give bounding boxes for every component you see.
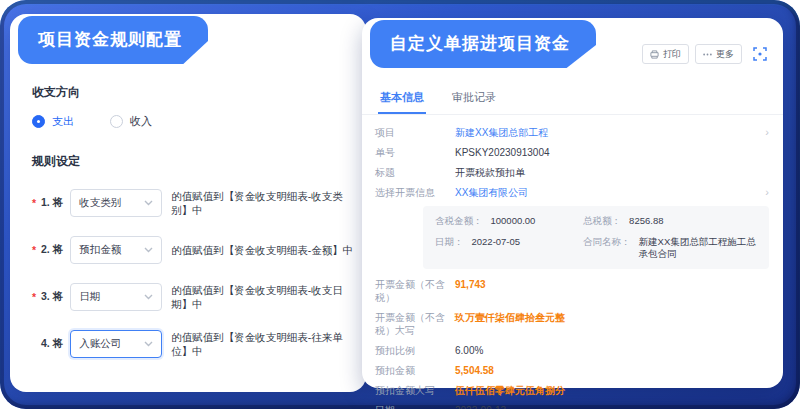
rule-select-value: 收支类别 — [79, 196, 121, 210]
tab-basic-info[interactable]: 基本信息 — [378, 84, 426, 114]
total-tax-item: 总税额： 8256.88 — [583, 215, 757, 227]
rule-select-3[interactable]: 日期 — [70, 283, 162, 311]
required-mark: * — [32, 291, 41, 303]
detail-toolbar: 打印 更多 — [642, 44, 767, 64]
chevron-down-icon — [144, 200, 153, 206]
left-panel-title: 项目资金规则配置 — [18, 16, 208, 64]
field-label: 开票金额（不含税） — [375, 278, 455, 304]
rule-suffix: 的值赋值到【资金收支明细表-收支日期】中 — [171, 283, 354, 311]
chevron-down-icon — [144, 247, 153, 253]
radio-income-label: 收入 — [130, 114, 152, 129]
rule-prefix: 4. 将 — [41, 337, 63, 351]
field-row-invoice-amount: 开票金额（不含税） 91,743 — [375, 278, 769, 304]
printer-icon — [650, 50, 659, 59]
rule-row-3: * 3. 将 日期 的值赋值到【资金收支明细表-收支日期】中 — [32, 283, 354, 311]
chevron-right-icon[interactable]: › — [765, 186, 769, 198]
field-row-invoice-amount-caps: 开票金额（不含税）大写 玖万壹仟柒佰肆拾叁元整 — [375, 311, 769, 337]
field-label: 预扣金额大写 — [375, 384, 455, 397]
box-value: 新建XX集团总部工程施工总承包合同 — [639, 236, 757, 260]
withhold-amount-value: 5,504.58 — [455, 364, 769, 377]
invoice-amount-value: 91,743 — [455, 278, 769, 291]
chevron-down-icon — [144, 294, 153, 300]
field-label: 开票金额（不含税）大写 — [375, 311, 455, 337]
right-panel-title: 自定义单据进项目资金 — [370, 20, 596, 68]
rule-prefix: 2. 将 — [41, 243, 63, 257]
rule-row-1: * 1. 将 收支类别 的值赋值到【资金收支明细表-收支类别】中 — [32, 189, 354, 217]
rule-select-2[interactable]: 预扣金额 — [70, 236, 162, 264]
document-detail-panel: 自定义单据进项目资金 打印 更多 基本信息 审批记录 项目 — [362, 18, 783, 388]
more-dots-icon — [703, 53, 712, 56]
field-row-withhold-amount: 预扣金额 5,504.58 — [375, 364, 769, 377]
direction-radio-group: 支出 收入 — [32, 114, 354, 129]
box-value: 8256.88 — [629, 215, 663, 227]
withhold-amount-caps-value: 伍仟伍佰零肆元伍角捌分 — [455, 384, 769, 397]
rule-row-2: * 2. 将 预扣金额 的值赋值到【资金收支明细表-金额】中 — [32, 236, 354, 264]
field-value: 6.00% — [455, 344, 769, 357]
fullscreen-button[interactable] — [753, 47, 767, 61]
field-row-doc-number: 单号 KPSKY20230913004 — [375, 146, 769, 159]
rule-suffix: 的值赋值到【资金收支明细表-收支类别】中 — [171, 189, 354, 217]
contract-name-item: 合同名称： 新建XX集团总部工程施工总承包合同 — [583, 236, 757, 260]
project-link[interactable]: 新建XX集团总部工程 — [455, 126, 759, 139]
radio-income[interactable]: 收入 — [110, 114, 152, 129]
print-button[interactable]: 打印 — [642, 44, 689, 64]
rule-select-1[interactable]: 收支类别 — [70, 189, 162, 217]
box-label: 总税额： — [583, 215, 621, 227]
required-mark: * — [32, 197, 41, 209]
contract-amount-item: 含税金额： 100000.00 — [435, 215, 583, 227]
required-mark: * — [32, 244, 41, 256]
rule-select-value: 入账公司 — [79, 337, 121, 351]
chevron-right-icon[interactable]: › — [765, 126, 769, 138]
print-button-label: 打印 — [663, 48, 681, 61]
rule-suffix: 的值赋值到【资金收支明细表-金额】中 — [171, 243, 354, 257]
rule-select-value: 预扣金额 — [79, 243, 121, 257]
field-label: 标题 — [375, 166, 455, 179]
radio-unselected-icon — [110, 115, 123, 128]
rules-section-label: 规则设定 — [32, 153, 354, 170]
detail-tabs: 基本信息 审批记录 — [362, 84, 783, 115]
field-value: KPSKY20230913004 — [455, 146, 769, 159]
field-value: 2023-09-13 — [455, 404, 769, 409]
field-row-title: 标题 开票税款预扣单 — [375, 166, 769, 179]
field-label: 项目 — [375, 126, 455, 139]
page-background: 项目资金规则配置 收支方向 支出 收入 规则设定 * 1. 将 收支类别 — [0, 0, 800, 409]
chevron-down-icon — [144, 341, 153, 347]
rule-select-4[interactable]: 入账公司 — [70, 330, 162, 358]
contract-date-item: 日期： 2022-07-05 — [435, 236, 583, 260]
field-row-withhold-amount-caps: 预扣金额大写 伍仟伍佰零肆元伍角捌分 — [375, 384, 769, 397]
more-button[interactable]: 更多 — [695, 44, 742, 64]
field-row-withhold-ratio: 预扣比例 6.00% — [375, 344, 769, 357]
box-label: 合同名称： — [583, 236, 631, 260]
radio-selected-icon — [32, 115, 45, 128]
field-row-invoice-info: 选择开票信息 XX集团有限公司 › — [375, 186, 769, 199]
field-label: 日期 — [375, 404, 455, 409]
field-label: 单号 — [375, 146, 455, 159]
radio-expense[interactable]: 支出 — [32, 114, 74, 129]
rule-row-4: 4. 将 入账公司 的值赋值到【资金收支明细表-往来单位】中 — [32, 330, 354, 358]
box-label: 日期： — [435, 236, 464, 260]
box-value: 100000.00 — [491, 215, 536, 227]
rule-select-value: 日期 — [79, 290, 100, 304]
rule-prefix: 1. 将 — [41, 196, 63, 210]
fullscreen-icon — [753, 47, 767, 61]
radio-expense-label: 支出 — [52, 114, 74, 129]
field-label: 预扣比例 — [375, 344, 455, 357]
rule-prefix: 3. 将 — [41, 290, 63, 304]
field-label: 预扣金额 — [375, 364, 455, 377]
box-label: 含税金额： — [435, 215, 483, 227]
more-button-label: 更多 — [716, 48, 734, 61]
contract-info-box: 含税金额： 100000.00 总税额： 8256.88 日期： 2022-07… — [423, 206, 769, 269]
rule-suffix: 的值赋值到【资金收支明细表-往来单位】中 — [171, 330, 354, 358]
direction-section-label: 收支方向 — [32, 84, 354, 101]
field-label: 选择开票信息 — [375, 186, 455, 199]
invoice-amount-caps-value: 玖万壹仟柒佰肆拾叁元整 — [455, 311, 769, 324]
field-row-date: 日期 2023-09-13 — [375, 404, 769, 409]
box-value: 2022-07-05 — [472, 236, 521, 260]
invoice-company-link[interactable]: XX集团有限公司 — [455, 186, 759, 199]
tab-approval-record[interactable]: 审批记录 — [450, 84, 498, 114]
field-row-project: 项目 新建XX集团总部工程 › — [375, 126, 769, 139]
rule-config-panel: 项目资金规则配置 收支方向 支出 收入 规则设定 * 1. 将 收支类别 — [10, 14, 366, 392]
field-value: 开票税款预扣单 — [455, 166, 769, 179]
